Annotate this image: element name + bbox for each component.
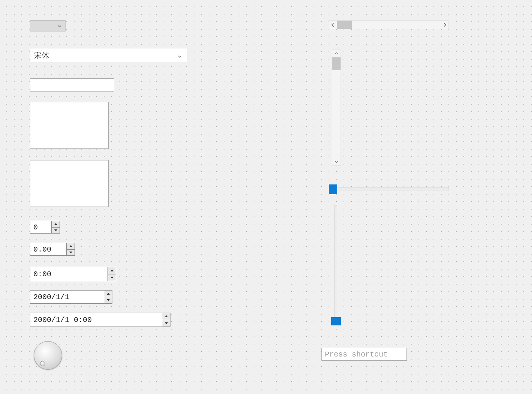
spin-down-button[interactable] — [108, 274, 116, 281]
spin-box-double[interactable]: 0.00 — [30, 243, 75, 256]
spin-double-value: 0.00 — [30, 243, 66, 255]
scroll-left-button[interactable] — [329, 21, 337, 29]
chevron-down-icon — [178, 51, 182, 60]
scroll-up-button[interactable] — [332, 50, 341, 57]
vertical-scrollbar[interactable] — [332, 49, 341, 166]
datetime-edit[interactable]: 2000/1/1 0:00 — [30, 313, 170, 327]
text-edit-2[interactable] — [30, 160, 109, 207]
spin-down-button[interactable] — [162, 320, 170, 327]
shortcut-placeholder: Press shortcut — [325, 350, 388, 359]
time-value: 0:00 — [30, 267, 108, 281]
dial-handle[interactable] — [40, 361, 45, 366]
horizontal-scrollbar[interactable] — [329, 20, 449, 29]
spin-down-button[interactable] — [104, 297, 112, 304]
spin-up-button[interactable] — [104, 291, 112, 297]
vertical-slider[interactable] — [331, 205, 340, 325]
font-combo-value: 宋体 — [34, 51, 49, 61]
spin-up-button[interactable] — [52, 221, 60, 228]
slider-groove[interactable] — [333, 187, 449, 190]
scrollbar-thumb[interactable] — [337, 21, 352, 29]
spin-down-button[interactable] — [67, 250, 75, 256]
font-combo-box[interactable]: 宋体 — [30, 48, 187, 63]
scrollbar-thumb[interactable] — [332, 57, 341, 70]
scroll-right-button[interactable] — [441, 21, 448, 29]
text-edit-1[interactable] — [30, 102, 109, 149]
spin-box-int[interactable]: 0 — [30, 221, 60, 234]
datetime-value: 2000/1/1 0:00 — [30, 313, 162, 327]
date-value: 2000/1/1 — [30, 291, 104, 303]
spin-up-button[interactable] — [108, 267, 116, 274]
spin-up-button[interactable] — [67, 243, 75, 250]
date-edit[interactable]: 2000/1/1 — [30, 290, 112, 304]
spin-down-button[interactable] — [52, 228, 60, 234]
slider-handle[interactable] — [329, 184, 337, 194]
slider-handle[interactable] — [331, 317, 341, 325]
scrollbar-track[interactable] — [337, 21, 441, 29]
time-edit[interactable]: 0:00 — [30, 267, 116, 281]
slider-groove[interactable] — [334, 205, 337, 322]
line-edit[interactable] — [30, 78, 114, 92]
spin-up-button[interactable] — [162, 313, 170, 320]
scrollbar-track[interactable] — [332, 57, 341, 158]
horizontal-slider[interactable] — [329, 184, 449, 193]
key-sequence-edit[interactable]: Press shortcut — [321, 348, 407, 361]
chevron-down-icon — [58, 22, 61, 29]
scroll-down-button[interactable] — [332, 158, 341, 165]
spin-int-value: 0 — [30, 221, 51, 233]
combo-box-empty[interactable] — [30, 20, 66, 31]
dial[interactable] — [34, 341, 62, 370]
